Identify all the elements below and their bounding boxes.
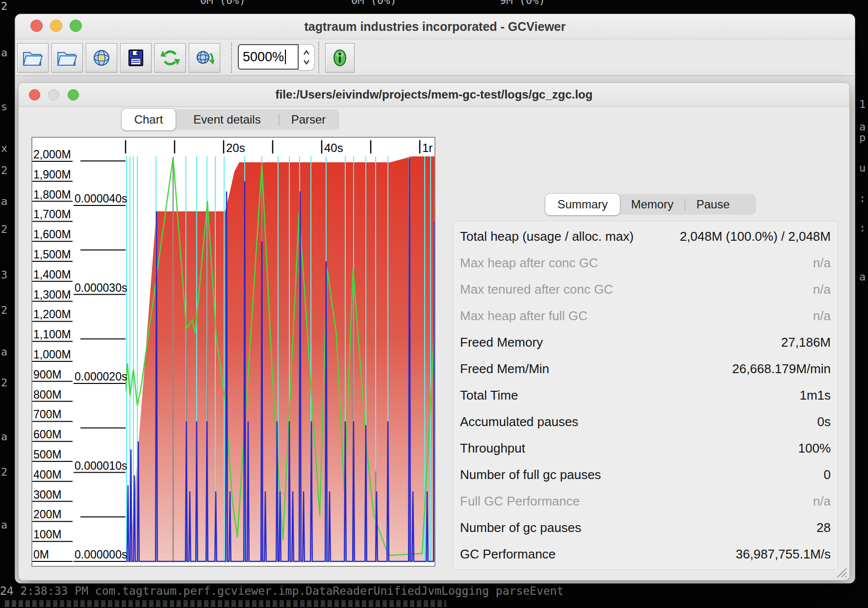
summary-table: Total heap (usage / alloc. max)2,048M (1…: [453, 221, 838, 570]
terminal-fragment: 2: [1, 223, 7, 235]
terminal-fragment: a: [1, 431, 7, 443]
tab-memory[interactable]: Memory: [620, 194, 685, 215]
globe-refresh-icon: [194, 49, 215, 67]
globe-icon: [91, 49, 112, 67]
main-titlebar: tagtraum industries incorporated - GCVie…: [15, 14, 855, 39]
svg-text:700M: 700M: [33, 408, 62, 421]
terminal-fragment: a: [1, 519, 7, 531]
summary-row: Freed Mem/Min26,668.179M/min: [453, 355, 838, 382]
summary-row-value: n/a: [813, 255, 831, 271]
tab-pause[interactable]: Pause: [686, 194, 740, 215]
summary-row-label: Max heap after full GC: [460, 308, 587, 324]
tab-chart[interactable]: Chart: [122, 109, 176, 130]
terminal-fragment: 2: [1, 304, 7, 316]
svg-text:500M: 500M: [33, 448, 62, 461]
terminal-fragment: 9M (0%): [500, 0, 545, 6]
svg-text:1,200M: 1,200M: [33, 308, 71, 321]
terminal-fragment: :: [859, 192, 866, 204]
log-titlebar: file:/Users/eivindw/projects/mem-gc-test…: [19, 83, 849, 107]
terminal-fragment: p: [859, 131, 866, 144]
summary-row-value: n/a: [813, 494, 831, 509]
tab-summary[interactable]: Summary: [545, 194, 620, 215]
summary-row-value: 28: [817, 520, 831, 535]
summary-row: Max heap after full GCn/a: [453, 303, 838, 329]
summary-row: Accumulated pauses0s: [453, 408, 838, 435]
summary-row-value: 1m1s: [799, 388, 831, 403]
terminal-fragment: 2: [1, 377, 7, 389]
zoom-control: 5000%: [238, 44, 315, 70]
open-file-button[interactable]: [17, 43, 49, 73]
svg-text:1r: 1r: [422, 141, 433, 154]
summary-row: Total heap (usage / alloc. max)2,048M (1…: [453, 223, 838, 250]
terminal-smudge: [5, 600, 446, 607]
export-button[interactable]: [120, 43, 152, 73]
tab-event-details[interactable]: Event details: [176, 109, 279, 130]
svg-text:300M: 300M: [33, 488, 62, 501]
terminal-fragment: 2: [1, 164, 7, 177]
terminal-fragment: u: [859, 162, 866, 174]
svg-text:0.000010s: 0.000010s: [75, 459, 127, 472]
summary-row-label: Number of gc pauses: [460, 520, 581, 535]
svg-text:2,000M: 2,000M: [33, 148, 71, 161]
terminal-fragment: 0M (0%): [351, 0, 397, 6]
text-caret: [285, 50, 286, 64]
tab-label: Pause: [696, 198, 730, 211]
refresh-button[interactable]: [154, 43, 186, 73]
open-series-button[interactable]: [51, 43, 83, 73]
tab-label: Parser: [291, 113, 326, 127]
svg-text:1,400M: 1,400M: [33, 268, 71, 281]
summary-row: Number of full gc pauses0: [453, 461, 838, 488]
terminal-fragment: 3: [1, 269, 7, 281]
summary-row-label: Total Time: [460, 388, 518, 403]
main-window-title: tagtraum industries incorporated - GCVie…: [15, 14, 855, 39]
terminal-fragment: a: [1, 195, 7, 207]
svg-text:1,700M: 1,700M: [33, 208, 71, 221]
summary-row-label: Accumulated pauses: [460, 414, 578, 430]
zoom-input[interactable]: 5000%: [238, 44, 299, 70]
svg-text:1,100M: 1,100M: [33, 328, 71, 341]
info-button[interactable]: [325, 43, 355, 73]
toolbar: 5000%: [15, 39, 855, 76]
refresh-icon: [159, 49, 181, 67]
folder-open-icon: [56, 49, 78, 67]
terminal-fragment: x: [1, 142, 7, 154]
watch-button[interactable]: [189, 43, 220, 73]
log-window: file:/Users/eivindw/projects/mem-gc-test…: [18, 82, 850, 581]
tab-label: Event details: [193, 113, 260, 127]
zoom-stepper[interactable]: [299, 44, 315, 71]
summary-row-label: GC Performance: [460, 547, 556, 562]
chevron-down-icon: [302, 57, 311, 66]
svg-text:800M: 800M: [33, 388, 62, 401]
tab-label: Chart: [134, 113, 163, 127]
gcviewer-main-window: tagtraum industries incorporated - GCVie…: [15, 14, 855, 583]
terminal-fragment: a: [859, 271, 866, 283]
summary-row-label: Freed Memory: [460, 335, 543, 350]
summary-row-value: 26,668.179M/min: [732, 361, 831, 377]
info-icon: [330, 48, 350, 68]
summary-row: GC Performance36,987,755.1M/s: [453, 541, 838, 567]
tab-parser[interactable]: Parser: [280, 109, 337, 130]
summary-row: Max heap after conc GCn/a: [453, 250, 838, 276]
terminal-fragment: :: [859, 222, 866, 234]
summary-row: Max tenured after conc GCn/a: [453, 276, 838, 303]
open-url-button[interactable]: [86, 43, 117, 73]
svg-text:1,000M: 1,000M: [33, 348, 71, 361]
svg-text:1,500M: 1,500M: [33, 248, 71, 261]
svg-text:0.000030s: 0.000030s: [75, 281, 127, 294]
summary-row: Number of gc pauses28: [453, 514, 838, 541]
summary-row-value: 36,987,755.1M/s: [736, 547, 831, 562]
summary-row-label: Total heap (usage / alloc. max): [460, 229, 634, 244]
resize-grip-icon[interactable]: [835, 565, 847, 578]
summary-row: Throughput100%: [453, 435, 838, 461]
chevron-up-icon: [302, 49, 311, 57]
summary-row-value: 27,186M: [781, 335, 831, 350]
summary-row-label: Throughput: [460, 441, 525, 456]
summary-row-value: 0: [824, 467, 831, 482]
summary-row-label: Freed Mem/Min: [460, 361, 549, 377]
svg-text:0M: 0M: [33, 548, 49, 561]
tab-label: Summary: [558, 198, 608, 211]
zoom-value: 5000%: [243, 50, 284, 65]
svg-text:900M: 900M: [33, 368, 62, 381]
summary-row: Total Time1m1s: [453, 382, 838, 408]
summary-row-label: Number of full gc pauses: [460, 467, 601, 482]
